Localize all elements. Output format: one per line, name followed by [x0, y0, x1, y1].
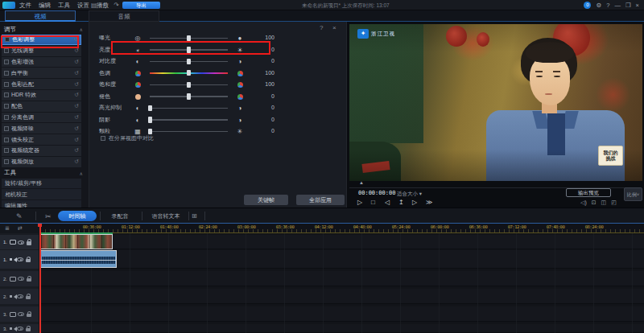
sidebar-item[interactable]: HDR 特效↺	[2, 90, 81, 101]
account-badge[interactable]: 0	[584, 2, 591, 9]
playhead[interactable]	[39, 224, 41, 333]
track-manage-icon[interactable]: ≣	[5, 225, 10, 232]
slider-thumb[interactable]	[187, 93, 191, 100]
item-checkbox[interactable]	[4, 126, 9, 131]
reset-icon[interactable]: ↺	[75, 125, 79, 132]
keyframe-button[interactable]: 关键帧	[244, 195, 288, 205]
sidebar-item[interactable]: 视频降噪↺	[2, 123, 81, 134]
redo-icon[interactable]: ↷	[114, 2, 119, 9]
minimize-icon[interactable]: —	[614, 0, 621, 10]
tab-speech-to-text[interactable]: 语音转文本	[147, 211, 185, 221]
ratio-dropdown[interactable]: 比例˅	[624, 187, 642, 201]
loop-icon[interactable]: ↥	[398, 199, 404, 206]
reset-icon[interactable]: ↺	[75, 147, 79, 154]
sidebar-item[interactable]: 镜头校正↺	[2, 134, 81, 145]
tab-voiceover[interactable]: 录配音	[103, 211, 137, 221]
item-checkbox[interactable]	[5, 37, 10, 42]
lock-icon[interactable]	[27, 278, 31, 282]
audio-clip[interactable]	[40, 250, 117, 268]
reset-icon[interactable]: ↺	[75, 59, 79, 65]
menu-item-3[interactable]: 设置	[77, 2, 89, 10]
sidebar-tool-item[interactable]: 编辑属性	[2, 200, 81, 208]
fullscreen-icon[interactable]: ◰	[611, 199, 617, 206]
panel-close-icon[interactable]: ×	[332, 24, 336, 31]
reset-icon[interactable]: ↺	[75, 70, 79, 76]
video-clip[interactable]	[40, 234, 113, 249]
panel-help-icon[interactable]: ?	[320, 24, 323, 31]
lock-icon[interactable]	[27, 241, 31, 245]
slider-track[interactable]	[150, 108, 228, 109]
prev-frame-icon[interactable]: ◁	[385, 199, 390, 206]
slider-thumb[interactable]	[187, 35, 191, 42]
scrub-marker-icon[interactable]: ▲	[359, 180, 364, 185]
split-view-icon[interactable]: ◫	[601, 199, 607, 206]
slider-thumb[interactable]	[148, 117, 152, 123]
slider-thumb[interactable]	[148, 129, 152, 135]
track-header[interactable]: 1.	[0, 235, 39, 249]
track-header[interactable]: 2.	[0, 271, 39, 286]
visibility-eye-icon[interactable]	[18, 277, 24, 281]
sidebar-section-adjust[interactable]: 调节 ∧	[0, 24, 89, 35]
sidebar-item[interactable]: 色彩增强↺	[2, 57, 81, 68]
reset-icon[interactable]: ↺	[75, 103, 79, 109]
export-button[interactable]: 导出	[122, 2, 160, 9]
fast-forward-icon[interactable]: ≫	[426, 199, 432, 206]
render-preview-button[interactable]: 输出预览	[566, 188, 611, 197]
slider-track[interactable]	[150, 61, 228, 63]
play-icon[interactable]: ▷	[357, 199, 362, 206]
slider-track[interactable]	[150, 38, 228, 39]
slider-track[interactable]	[150, 96, 228, 97]
slider-thumb[interactable]	[148, 105, 152, 112]
snap-icon[interactable]: ⊞	[192, 212, 197, 220]
slider-thumb[interactable]	[187, 59, 191, 65]
stop-icon[interactable]: □	[371, 199, 375, 206]
layout-icon[interactable]: ▤	[91, 2, 97, 9]
track-header[interactable]: 2.	[0, 289, 39, 304]
slider-track[interactable]	[150, 119, 228, 121]
slider-thumb[interactable]	[187, 47, 191, 53]
item-checkbox[interactable]	[4, 104, 9, 109]
menu-item-0[interactable]: 文件	[19, 2, 31, 10]
reset-icon[interactable]: ↺	[74, 36, 78, 43]
help-icon[interactable]: ?	[606, 0, 609, 10]
video-viewport[interactable]: ✦ 浙江卫视 我们的 挑战	[349, 24, 642, 181]
collapse-icon[interactable]: ∧	[80, 171, 83, 176]
lock-icon[interactable]	[26, 328, 31, 332]
sidebar-tool-item[interactable]: 相机校正	[2, 189, 81, 199]
slider-track[interactable]	[150, 84, 228, 86]
timeline-ruler[interactable]: 00:36:0001:12:0001:48:0002:24:0003:00:00…	[0, 224, 644, 233]
speaker-icon[interactable]: ◁)	[580, 199, 587, 206]
item-checkbox[interactable]	[4, 71, 9, 76]
visibility-eye-icon[interactable]	[18, 240, 24, 245]
sidebar-item[interactable]: 色彩匹配↺	[2, 79, 81, 89]
tab-audio[interactable]: 音频	[89, 10, 159, 22]
lock-icon[interactable]	[26, 296, 31, 300]
close-icon[interactable]: ×	[636, 0, 639, 10]
compare-checkbox[interactable]	[101, 136, 105, 141]
slider-track[interactable]	[150, 49, 228, 51]
track-header[interactable]: 3.	[0, 324, 39, 333]
track-swap-icon[interactable]: ⇄	[18, 225, 23, 232]
visibility-eye-icon[interactable]	[17, 294, 23, 298]
sidebar-item[interactable]: 配色↺	[2, 101, 81, 112]
reset-icon[interactable]: ↺	[75, 158, 79, 165]
sidebar-item[interactable]: 色彩调整↺	[2, 35, 81, 45]
audio-volume-line[interactable]	[41, 260, 116, 261]
reset-icon[interactable]: ↺	[75, 47, 79, 54]
snapshot-icon[interactable]: ⊡	[592, 199, 597, 206]
reset-icon[interactable]: ↺	[75, 81, 79, 88]
sidebar-item[interactable]: 光线调整↺	[2, 46, 81, 56]
zoom-fit-dropdown[interactable]: 适合大小 ▾	[397, 191, 422, 198]
sidebar-item[interactable]: 白平衡↺	[2, 68, 81, 78]
item-checkbox[interactable]	[4, 138, 9, 142]
menu-item-1[interactable]: 编辑	[39, 2, 51, 10]
sidebar-item[interactable]: 视频稳定器↺	[2, 146, 81, 156]
visibility-eye-icon[interactable]	[17, 257, 23, 261]
gear-icon[interactable]: ⚙	[596, 0, 601, 10]
item-checkbox[interactable]	[4, 115, 9, 120]
item-checkbox[interactable]	[4, 82, 9, 87]
reset-icon[interactable]: ↺	[75, 92, 79, 98]
lock-icon[interactable]	[26, 259, 31, 263]
reset-icon[interactable]: ↺	[75, 114, 79, 121]
split-scissors-icon[interactable]: ✂	[45, 212, 52, 220]
